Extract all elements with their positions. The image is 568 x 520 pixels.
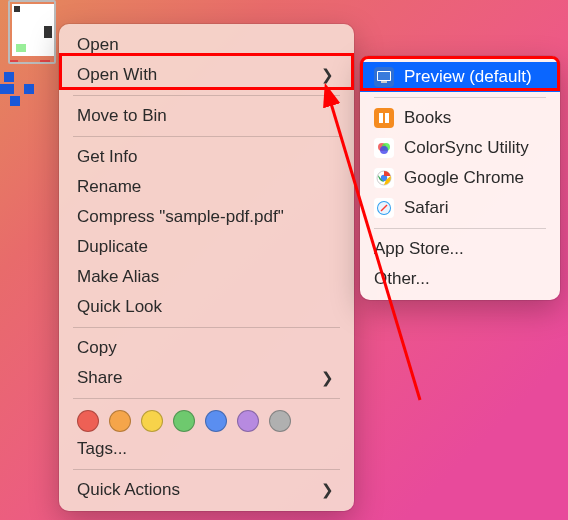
menu-label: Copy [77, 338, 117, 358]
menu-move-to-bin[interactable]: Move to Bin [59, 101, 354, 131]
menu-label: Compress "sample-pdf.pdf" [77, 207, 284, 227]
submenu-label: Google Chrome [404, 168, 524, 188]
submenu-preview[interactable]: Preview (default) [360, 62, 560, 92]
menu-duplicate[interactable]: Duplicate [59, 232, 354, 262]
chevron-right-icon: ❯ [321, 66, 336, 84]
menu-label: Open [77, 35, 119, 55]
menu-label: Move to Bin [77, 106, 167, 126]
separator [73, 398, 340, 399]
svg-rect-1 [378, 72, 390, 80]
menu-label: Quick Actions [77, 480, 180, 500]
colorsync-icon [374, 138, 394, 158]
submenu-label: Preview (default) [404, 67, 532, 87]
menu-quick-actions[interactable]: Quick Actions ❯ [59, 475, 354, 505]
submenu-app-store[interactable]: App Store... [360, 234, 560, 264]
tag-blue[interactable] [205, 410, 227, 432]
submenu-label: Books [404, 108, 451, 128]
menu-label: Rename [77, 177, 141, 197]
submenu-label: Other... [374, 269, 430, 289]
submenu-label: Safari [404, 198, 448, 218]
submenu-label: ColorSync Utility [404, 138, 529, 158]
separator [73, 95, 340, 96]
menu-copy[interactable]: Copy [59, 333, 354, 363]
menu-rename[interactable]: Rename [59, 172, 354, 202]
menu-compress[interactable]: Compress "sample-pdf.pdf" [59, 202, 354, 232]
separator [374, 97, 546, 98]
menu-share[interactable]: Share ❯ [59, 363, 354, 393]
context-menu: Open Open With ❯ Move to Bin Get Info Re… [59, 24, 354, 511]
separator [73, 136, 340, 137]
tag-green[interactable] [173, 410, 195, 432]
tag-red[interactable] [77, 410, 99, 432]
submenu-label: App Store... [374, 239, 464, 259]
chevron-right-icon: ❯ [321, 481, 336, 499]
menu-get-info[interactable]: Get Info [59, 142, 354, 172]
menu-label: Quick Look [77, 297, 162, 317]
submenu-safari[interactable]: Safari [360, 193, 560, 223]
menu-open-with[interactable]: Open With ❯ [59, 60, 354, 90]
menu-label: Share [77, 368, 122, 388]
open-with-submenu: Preview (default) Books ColorSync Utilit… [360, 56, 560, 300]
separator [73, 327, 340, 328]
tag-gray[interactable] [269, 410, 291, 432]
preview-icon [374, 67, 394, 87]
tag-yellow[interactable] [141, 410, 163, 432]
submenu-books[interactable]: Books [360, 103, 560, 133]
chrome-icon [374, 168, 394, 188]
submenu-chrome[interactable]: Google Chrome [360, 163, 560, 193]
submenu-colorsync[interactable]: ColorSync Utility [360, 133, 560, 163]
tag-purple[interactable] [237, 410, 259, 432]
menu-label: Open With [77, 65, 157, 85]
safari-icon [374, 198, 394, 218]
menu-quick-look[interactable]: Quick Look [59, 292, 354, 322]
menu-make-alias[interactable]: Make Alias [59, 262, 354, 292]
menu-open[interactable]: Open [59, 30, 354, 60]
separator [374, 228, 546, 229]
selection-pixels [0, 72, 40, 112]
menu-tags[interactable]: Tags... [59, 434, 354, 464]
separator [73, 469, 340, 470]
menu-label: Duplicate [77, 237, 148, 257]
svg-rect-2 [381, 81, 387, 83]
menu-label: Get Info [77, 147, 137, 167]
books-icon [374, 108, 394, 128]
file-thumbnail[interactable] [8, 0, 56, 64]
tag-color-row [59, 404, 354, 434]
svg-point-5 [380, 146, 388, 154]
chevron-right-icon: ❯ [321, 369, 336, 387]
menu-label: Tags... [77, 439, 127, 459]
tag-orange[interactable] [109, 410, 131, 432]
submenu-other[interactable]: Other... [360, 264, 560, 294]
menu-label: Make Alias [77, 267, 159, 287]
